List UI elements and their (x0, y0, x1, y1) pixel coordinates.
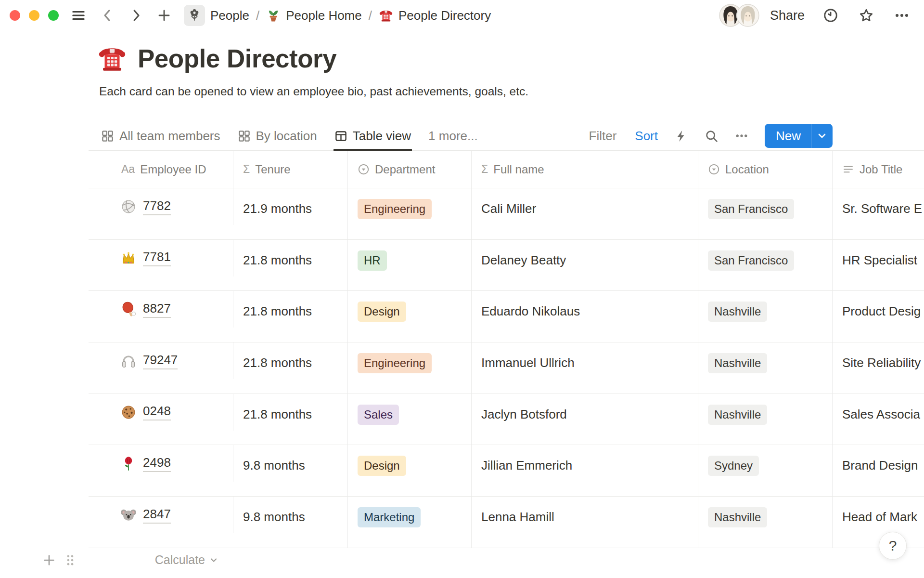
full-name-cell[interactable]: Delaney Beatty (472, 240, 698, 291)
department-cell[interactable]: Sales (348, 394, 472, 445)
table-row[interactable]: 7781 21.8 months HR Delaney Beatty San F… (89, 240, 924, 291)
more-views-button[interactable]: 1 more... (428, 129, 478, 144)
full-name-cell[interactable]: Jaclyn Botsford (472, 394, 698, 445)
column-header-job-title[interactable]: Job Title (833, 151, 924, 188)
full-name-cell[interactable]: Lenna Hamill (472, 497, 698, 548)
column-header-full-name[interactable]: Σ Full name (472, 151, 698, 188)
department-tag[interactable]: Marketing (358, 507, 421, 527)
search-button[interactable] (705, 129, 719, 143)
job-title-cell[interactable]: HR Specialist (833, 240, 924, 291)
page-description[interactable]: Each card can be opened to view an emplo… (99, 85, 924, 98)
help-button[interactable]: ? (879, 532, 907, 560)
job-title-cell[interactable]: Sales Associa (833, 394, 924, 445)
filter-button[interactable]: Filter (589, 129, 617, 144)
table-row[interactable]: 2847 9.8 months Marketing Lenna Hamill N… (89, 497, 924, 548)
view-options-button[interactable] (735, 129, 748, 143)
department-cell[interactable]: Design (348, 291, 472, 342)
page-icon-red-telephone[interactable] (97, 43, 127, 73)
department-tag[interactable]: Design (358, 302, 406, 322)
breadcrumb-item-people-home[interactable]: People Home (266, 8, 362, 23)
full-name-cell[interactable]: Immanuel Ullrich (472, 342, 698, 394)
employee-id-link[interactable]: 2498 (143, 455, 171, 472)
employee-id-link[interactable]: 8827 (143, 301, 171, 318)
table-row[interactable]: 79247 21.8 months Engineering Immanuel U… (89, 342, 924, 394)
column-header-department[interactable]: Department (348, 151, 472, 188)
employee-id-link[interactable]: 2847 (143, 507, 171, 524)
location-cell[interactable]: San Francisco (698, 240, 833, 291)
department-cell[interactable]: HR (348, 240, 472, 291)
tenure-cell[interactable]: 21.9 months (233, 188, 348, 239)
new-button[interactable]: New (765, 124, 811, 148)
full-name-cell[interactable]: Eduardo Nikolaus (472, 291, 698, 342)
active-collaborators[interactable] (719, 4, 759, 27)
full-name-cell[interactable]: Cali Miller (472, 188, 698, 239)
location-tag[interactable]: Sydney (708, 456, 759, 476)
department-cell[interactable]: Design (348, 445, 472, 496)
page-options-button[interactable] (894, 8, 910, 23)
full-name-cell[interactable]: Jillian Emmerich (472, 445, 698, 496)
location-cell[interactable]: Nashville (698, 497, 833, 548)
tab-all-team-members[interactable]: All team members (101, 121, 220, 150)
department-tag[interactable]: Sales (358, 405, 399, 425)
location-tag[interactable]: Nashville (708, 507, 767, 527)
tenure-cell[interactable]: 21.8 months (233, 240, 348, 291)
department-cell[interactable]: Engineering (348, 342, 472, 394)
table-row[interactable]: 7782 21.9 months Engineering Cali Miller… (89, 188, 924, 240)
nav-forward-button[interactable] (129, 8, 143, 23)
sort-button[interactable]: Sort (635, 129, 658, 144)
nav-back-button[interactable] (100, 8, 115, 23)
zoom-window-button[interactable] (48, 10, 59, 21)
location-tag[interactable]: Nashville (708, 353, 767, 373)
department-tag[interactable]: Engineering (358, 353, 432, 373)
calculate-button[interactable]: Calculate (42, 553, 218, 567)
sidebar-toggle-button[interactable] (71, 8, 86, 23)
favorite-button[interactable] (859, 8, 874, 23)
tenure-cell[interactable]: 21.8 months (233, 394, 348, 445)
employee-id-link[interactable]: 7782 (143, 198, 171, 215)
breadcrumb-item-people[interactable]: People (184, 5, 249, 26)
job-title-cell[interactable]: Product Desig (833, 291, 924, 342)
location-cell[interactable]: Sydney (698, 445, 833, 496)
department-tag[interactable]: Design (358, 456, 406, 476)
tab-table-view[interactable]: Table view (334, 121, 411, 150)
employee-id-link[interactable]: 79247 (143, 353, 178, 369)
tab-by-location[interactable]: By location (238, 121, 317, 150)
department-cell[interactable]: Marketing (348, 497, 472, 548)
tenure-cell[interactable]: 21.8 months (233, 291, 348, 342)
job-title-cell[interactable]: Sr. Software E (833, 188, 924, 239)
location-cell[interactable]: Nashville (698, 291, 833, 342)
employee-id-link[interactable]: 0248 (143, 404, 171, 420)
job-title-cell[interactable]: Head of Mark (833, 497, 924, 548)
page-title[interactable]: People Directory (138, 44, 336, 73)
location-tag[interactable]: San Francisco (708, 250, 794, 271)
new-dropdown-button[interactable] (811, 124, 833, 148)
tenure-cell[interactable]: 9.8 months (233, 445, 348, 496)
column-header-tenure[interactable]: Σ Tenure (233, 151, 348, 188)
close-window-button[interactable] (10, 10, 20, 21)
department-tag[interactable]: Engineering (358, 199, 432, 219)
table-row[interactable]: 8827 21.8 months Design Eduardo Nikolaus… (89, 291, 924, 342)
tenure-cell[interactable]: 9.8 months (233, 497, 348, 548)
department-tag[interactable]: HR (358, 250, 387, 271)
location-cell[interactable]: Nashville (698, 342, 833, 394)
location-tag[interactable]: Nashville (708, 302, 767, 322)
table-row[interactable]: 2498 9.8 months Design Jillian Emmerich … (89, 445, 924, 497)
column-header-employee-id[interactable]: Aa Employee ID (89, 151, 233, 188)
column-header-location[interactable]: Location (698, 151, 833, 188)
automations-button[interactable] (674, 129, 688, 143)
table-row[interactable]: 0248 21.8 months Sales Jaclyn Botsford N… (89, 394, 924, 446)
job-title-cell[interactable]: Brand Design (833, 445, 924, 496)
minimize-window-button[interactable] (29, 10, 39, 21)
share-button[interactable]: Share (770, 8, 805, 23)
employee-id-link[interactable]: 7781 (143, 250, 171, 266)
tenure-cell[interactable]: 21.8 months (233, 342, 348, 394)
breadcrumb-item-people-directory[interactable]: People Directory (379, 8, 491, 23)
department-cell[interactable]: Engineering (348, 188, 472, 239)
location-tag[interactable]: Nashville (708, 405, 767, 425)
location-cell[interactable]: Nashville (698, 394, 833, 445)
job-title-cell[interactable]: Site Reliability (833, 342, 924, 394)
location-cell[interactable]: San Francisco (698, 188, 833, 239)
updates-button[interactable] (823, 8, 838, 23)
location-tag[interactable]: San Francisco (708, 199, 794, 219)
new-tab-button[interactable] (157, 8, 171, 23)
